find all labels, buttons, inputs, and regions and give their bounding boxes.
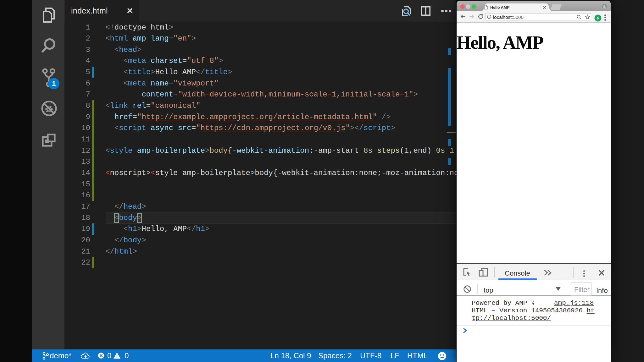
svg-text:Hello AMP: Hello AMP xyxy=(490,5,509,10)
